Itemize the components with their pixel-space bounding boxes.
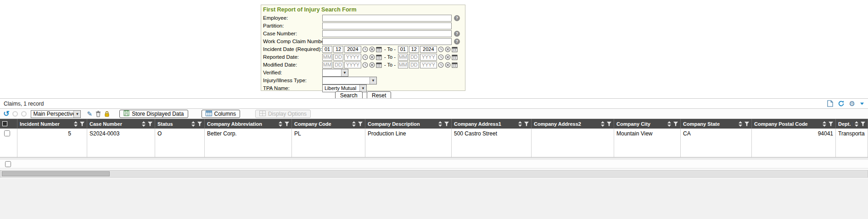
column-header-company-state[interactable]: Company State: [681, 119, 752, 129]
filter-icon[interactable]: [148, 122, 152, 126]
horizontal-scrollbar[interactable]: [0, 170, 868, 178]
clear-date-icon[interactable]: [369, 46, 375, 52]
sort-icon[interactable]: [601, 121, 605, 127]
clear-date-icon[interactable]: [445, 62, 451, 68]
reported-from-year-input[interactable]: [344, 54, 361, 61]
filter-icon[interactable]: [673, 122, 678, 126]
column-header-company-code[interactable]: Company Code: [292, 119, 365, 129]
incident-from-day-input[interactable]: [333, 46, 343, 53]
column-header-company-description[interactable]: Company Description: [365, 119, 452, 129]
refresh-icon[interactable]: [838, 100, 845, 107]
select-all-checkbox[interactable]: [2, 121, 7, 126]
footer-checkbox[interactable]: [5, 161, 11, 167]
filter-icon[interactable]: [745, 122, 749, 126]
sort-icon[interactable]: [279, 121, 282, 127]
calendar-icon[interactable]: [452, 54, 458, 60]
modified-to-year-input[interactable]: [420, 62, 437, 68]
reported-to-day-input[interactable]: [409, 54, 419, 61]
columns-button[interactable]: Columns: [202, 110, 240, 118]
column-header-case-number[interactable]: Case Number: [87, 119, 155, 129]
work-comp-claim-number-input[interactable]: [322, 38, 452, 45]
delete-perspective-icon[interactable]: [95, 111, 101, 117]
column-header-company-postal-code[interactable]: Company Postal Code: [752, 119, 836, 129]
incident-to-day-input[interactable]: [409, 46, 419, 53]
filter-icon[interactable]: [358, 122, 363, 126]
select-all-header-cell[interactable]: [0, 119, 17, 129]
filter-icon[interactable]: [80, 122, 84, 126]
scrollbar-thumb[interactable]: [2, 171, 110, 176]
reported-to-year-input[interactable]: [420, 54, 437, 61]
modified-to-day-input[interactable]: [409, 62, 419, 68]
column-header-incident-number[interactable]: Incident Number: [17, 119, 87, 129]
incident-to-year-input[interactable]: [420, 46, 437, 53]
sort-icon[interactable]: [823, 121, 826, 127]
clear-date-icon[interactable]: [445, 46, 451, 52]
verified-select[interactable]: ▼: [322, 69, 348, 77]
clock-icon[interactable]: [362, 62, 368, 68]
help-icon[interactable]: ?: [454, 31, 460, 37]
filter-icon[interactable]: [285, 122, 289, 126]
row-checkbox[interactable]: [4, 130, 10, 136]
sort-icon[interactable]: [855, 121, 858, 127]
sort-icon[interactable]: [191, 121, 195, 127]
column-header-status[interactable]: Status: [155, 119, 205, 129]
incident-from-year-input[interactable]: [344, 46, 361, 53]
sort-icon[interactable]: [438, 121, 442, 127]
clear-date-icon[interactable]: [369, 62, 375, 68]
clock-icon[interactable]: [362, 46, 368, 52]
calendar-icon[interactable]: [376, 46, 382, 52]
calendar-icon[interactable]: [452, 46, 458, 52]
filter-icon[interactable]: [444, 122, 449, 126]
clock-icon[interactable]: [362, 54, 368, 60]
perspective-select[interactable]: Main Perspective ▼: [31, 110, 81, 118]
sort-icon[interactable]: [667, 121, 671, 127]
undo-icon[interactable]: ↺: [3, 110, 9, 118]
modified-from-day-input[interactable]: [333, 62, 343, 68]
filter-icon[interactable]: [829, 122, 833, 126]
clear-date-icon[interactable]: [445, 54, 451, 60]
new-document-icon[interactable]: [827, 100, 833, 107]
clear-date-icon[interactable]: [369, 54, 375, 60]
column-header-company-address2[interactable]: Company Address2: [532, 119, 614, 129]
modified-from-year-input[interactable]: [344, 62, 361, 68]
sort-icon[interactable]: [518, 121, 522, 127]
injury-type-select[interactable]: ▼: [322, 77, 377, 84]
filter-icon[interactable]: [197, 122, 202, 126]
filter-icon[interactable]: [607, 122, 611, 126]
table-row[interactable]: 5 S2024-0003 O Better Corp. PL Productio…: [0, 129, 868, 157]
lock-icon[interactable]: [104, 111, 110, 117]
sort-icon[interactable]: [739, 121, 742, 127]
help-icon[interactable]: ?: [454, 39, 460, 45]
gear-icon[interactable]: ⚙: [849, 100, 855, 107]
calendar-icon[interactable]: [452, 62, 458, 68]
column-header-dept-id[interactable]: Dept. ID: [836, 119, 868, 129]
sort-icon[interactable]: [352, 121, 356, 127]
modified-to-month-input[interactable]: [398, 62, 408, 68]
column-header-company-city[interactable]: Company City: [614, 119, 681, 129]
sort-icon[interactable]: [142, 121, 146, 127]
column-header-company-address1[interactable]: Company Address1: [452, 119, 532, 129]
tpa-name-select[interactable]: Liberty Mutual ▼: [322, 84, 367, 92]
filter-icon[interactable]: [861, 122, 865, 126]
store-displayed-data-button[interactable]: Store Displayed Data: [119, 110, 188, 118]
help-icon[interactable]: ?: [454, 15, 460, 21]
calendar-icon[interactable]: [376, 54, 382, 60]
case-number-input[interactable]: [322, 30, 452, 37]
partition-input[interactable]: [322, 22, 452, 29]
column-header-company-abbreviation[interactable]: Company Abbreviation: [205, 119, 292, 129]
employee-input[interactable]: [322, 15, 452, 22]
calendar-icon[interactable]: [376, 62, 382, 68]
modified-from-month-input[interactable]: [322, 62, 332, 68]
edit-perspective-icon[interactable]: ✎: [87, 111, 92, 117]
clock-icon[interactable]: [438, 54, 444, 60]
reported-to-month-input[interactable]: [398, 54, 408, 61]
incident-from-month-input[interactable]: [322, 46, 332, 53]
reported-from-month-input[interactable]: [322, 54, 332, 61]
filter-icon[interactable]: [524, 122, 529, 126]
reported-from-day-input[interactable]: [333, 54, 343, 61]
incident-to-month-input[interactable]: [398, 46, 408, 53]
sort-icon[interactable]: [74, 121, 78, 127]
clock-icon[interactable]: [438, 46, 444, 52]
collapse-arrow-icon[interactable]: [860, 102, 864, 106]
clock-icon[interactable]: [438, 62, 444, 68]
